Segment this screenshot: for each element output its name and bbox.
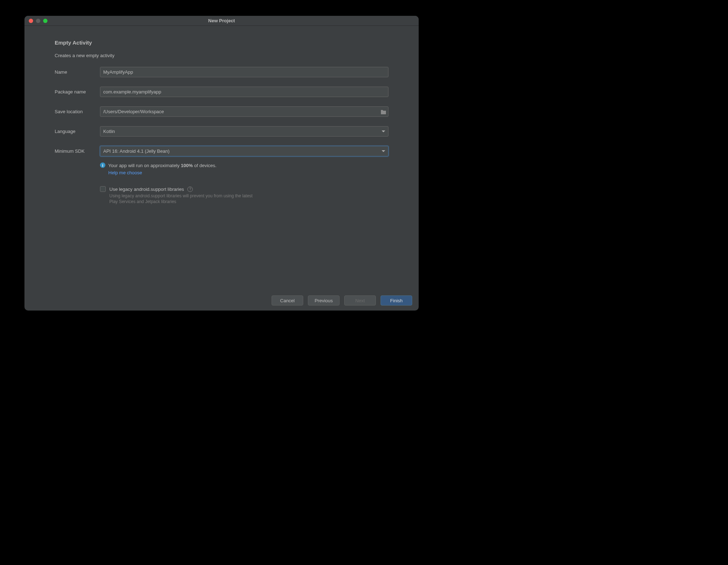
language-select[interactable]: Kotlin (100, 126, 388, 137)
help-icon[interactable]: ? (187, 187, 193, 192)
legacy-checkbox[interactable] (100, 186, 106, 192)
minimum-sdk-label: Minimum SDK (55, 148, 100, 154)
previous-button[interactable]: Previous (308, 295, 340, 306)
name-input[interactable] (100, 67, 388, 77)
save-location-input[interactable] (100, 106, 388, 117)
maximize-icon[interactable] (43, 19, 47, 23)
next-button: Next (344, 295, 376, 306)
titlebar: New Project (24, 16, 419, 26)
chevron-down-icon (382, 150, 385, 152)
finish-button[interactable]: Finish (381, 295, 412, 306)
close-icon[interactable] (29, 19, 33, 23)
page-description: Creates a new empty activity (55, 53, 388, 58)
cancel-button[interactable]: Cancel (272, 295, 303, 306)
language-label: Language (55, 129, 100, 134)
sdk-info-text: Your app will run on approximately 100% … (108, 162, 217, 176)
form-row-language: Language Kotlin (55, 126, 388, 137)
form-row-package: Package name (55, 87, 388, 97)
form-row-save-location: Save location (55, 106, 388, 117)
folder-icon[interactable] (381, 109, 386, 114)
help-me-choose-link[interactable]: Help me choose (108, 169, 217, 176)
legacy-checkbox-label: Use legacy android.support libraries (109, 187, 184, 192)
minimum-sdk-value: API 16: Android 4.1 (Jelly Bean) (103, 148, 169, 154)
legacy-checkbox-row: Use legacy android.support libraries ? (100, 186, 388, 192)
minimize-icon[interactable] (36, 19, 40, 23)
dialog-footer: Cancel Previous Next Finish (24, 290, 419, 311)
info-icon: i (100, 162, 105, 168)
save-location-label: Save location (55, 109, 100, 114)
minimum-sdk-select[interactable]: API 16: Android 4.1 (Jelly Bean) (100, 146, 388, 156)
package-input[interactable] (100, 87, 388, 97)
window-title: New Project (24, 18, 419, 23)
dialog-content: Empty Activity Creates a new empty activ… (24, 26, 419, 290)
new-project-window: New Project Empty Activity Creates a new… (24, 16, 419, 311)
name-label: Name (55, 69, 100, 75)
language-value: Kotlin (103, 129, 115, 134)
traffic-lights (29, 19, 47, 23)
sdk-info-row: i Your app will run on approximately 100… (100, 162, 388, 176)
form-row-name: Name (55, 67, 388, 77)
chevron-down-icon (382, 130, 385, 132)
page-heading: Empty Activity (55, 40, 388, 46)
form-row-minimum-sdk: Minimum SDK API 16: Android 4.1 (Jelly B… (55, 146, 388, 156)
package-label: Package name (55, 89, 100, 95)
legacy-hint: Using legacy android.support libraries w… (109, 193, 260, 205)
